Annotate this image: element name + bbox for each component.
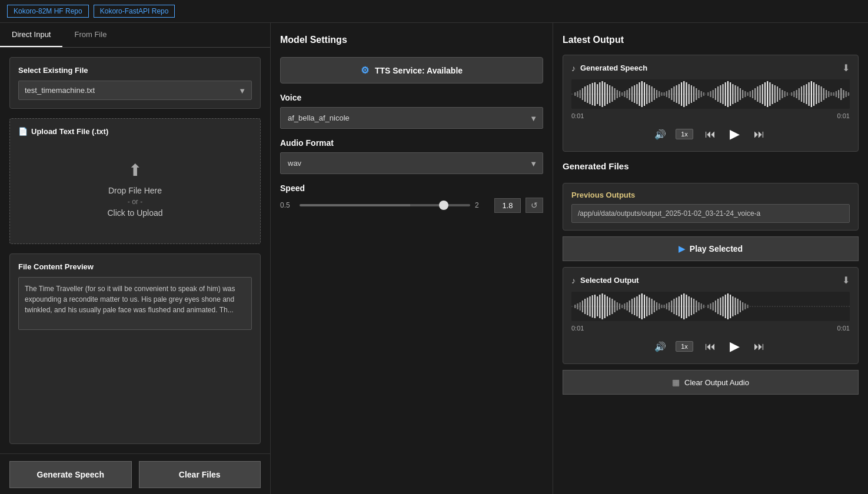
svg-rect-116 — [584, 299, 586, 314]
time-start: 0:01 — [571, 112, 584, 119]
file-path[interactable]: /app/ui/data/outputs/output_2025-01-02_0… — [571, 204, 850, 223]
tab-direct-input[interactable]: Direct Input — [0, 23, 62, 47]
svg-rect-40 — [671, 88, 672, 100]
svg-rect-114 — [580, 302, 581, 311]
svg-rect-118 — [589, 296, 590, 316]
clear-icon: ▦ — [672, 378, 680, 387]
svg-rect-75 — [760, 85, 761, 103]
svg-rect-28 — [641, 81, 643, 107]
svg-rect-66 — [737, 86, 739, 102]
selected-volume-icon[interactable]: 🔊 — [654, 341, 666, 352]
drop-or: - or - — [128, 198, 142, 206]
svg-rect-65 — [734, 85, 736, 103]
svg-rect-19 — [619, 91, 620, 97]
fast-forward-button[interactable]: ⏭ — [751, 126, 767, 143]
file-icon: 📄 — [18, 127, 28, 136]
speed-slider[interactable] — [300, 204, 470, 206]
right-panel: Latest Output ♪ Generated Speech ⬇ — [553, 23, 868, 494]
svg-rect-92 — [803, 85, 804, 103]
svg-rect-76 — [762, 84, 763, 104]
play-selected-button[interactable]: ▶ Play Selected — [563, 236, 859, 261]
clear-files-button[interactable]: Clear Files — [139, 461, 261, 488]
svg-rect-152 — [673, 299, 674, 314]
svg-rect-159 — [691, 298, 692, 315]
svg-rect-176 — [734, 298, 736, 315]
svg-rect-166 — [710, 303, 711, 309]
svg-rect-53 — [703, 92, 704, 96]
download-icon[interactable]: ⬇ — [842, 62, 850, 74]
svg-rect-158 — [689, 296, 690, 316]
generated-files-section: Generated Files Previous Outputs /app/ui… — [563, 161, 859, 395]
selected-fast-forward-button[interactable]: ⏭ — [751, 338, 767, 355]
svg-rect-173 — [727, 293, 729, 319]
svg-rect-67 — [740, 88, 741, 100]
volume-icon[interactable]: 🔊 — [654, 129, 666, 140]
svg-rect-26 — [636, 84, 637, 104]
voice-select[interactable]: af_bella_af_nicole — [280, 107, 543, 129]
svg-rect-147 — [661, 305, 662, 308]
svg-rect-13 — [604, 82, 606, 106]
svg-rect-60 — [722, 84, 723, 104]
selected-rewind-button[interactable]: ⏮ — [703, 338, 718, 355]
tab-from-file[interactable]: From File — [62, 23, 118, 47]
format-select[interactable]: wav — [280, 152, 543, 174]
svg-rect-97 — [816, 84, 817, 104]
svg-rect-11 — [599, 82, 600, 106]
svg-rect-109 — [846, 91, 847, 97]
svg-rect-144 — [654, 301, 655, 312]
svg-rect-105 — [836, 91, 837, 97]
svg-rect-46 — [686, 82, 687, 106]
svg-rect-177 — [737, 299, 739, 314]
svg-rect-79 — [769, 82, 770, 106]
svg-rect-81 — [774, 85, 776, 103]
upload-drop-area[interactable]: ⬆ Drop File Here - or - Click to Upload — [18, 143, 252, 235]
upload-icon: ⬆ — [128, 161, 142, 180]
svg-rect-113 — [577, 303, 578, 309]
selected-time-start: 0:01 — [571, 325, 584, 332]
svg-rect-125 — [607, 296, 608, 316]
player-title: ♪ Generated Speech — [571, 64, 647, 73]
svg-rect-100 — [823, 88, 824, 100]
svg-rect-96 — [813, 82, 814, 106]
play-button[interactable]: ▶ — [727, 124, 742, 144]
svg-rect-135 — [631, 299, 633, 314]
svg-rect-164 — [703, 305, 704, 308]
svg-rect-35 — [659, 91, 660, 97]
speed-reset-button[interactable]: ↺ — [526, 198, 543, 213]
repo-link-2[interactable]: Kokoro-FastAPI Repo — [94, 5, 175, 18]
speed-label: Speed — [280, 183, 543, 193]
svg-rect-73 — [754, 88, 756, 100]
speed-badge[interactable]: 1x — [676, 129, 693, 139]
left-content: Select Existing File test_timemachine.tx… — [0, 48, 270, 453]
generated-speech-player: ♪ Generated Speech ⬇ — [563, 55, 859, 152]
svg-rect-42 — [676, 85, 677, 103]
svg-rect-25 — [634, 85, 635, 103]
middle-panel: Model Settings ⚙ TTS Service: Available … — [271, 23, 553, 494]
svg-rect-130 — [619, 303, 620, 309]
file-select[interactable]: test_timemachine.txt — [18, 81, 252, 100]
repo-link-1[interactable]: Kokoro-82M HF Repo — [7, 5, 89, 18]
svg-rect-104 — [833, 92, 834, 96]
svg-rect-55 — [710, 91, 711, 97]
svg-rect-68 — [742, 90, 743, 98]
svg-rect-180 — [744, 303, 746, 309]
svg-rect-22 — [627, 90, 628, 98]
svg-rect-150 — [669, 302, 670, 311]
svg-rect-119 — [592, 295, 593, 318]
rewind-button[interactable]: ⏮ — [703, 126, 718, 143]
svg-rect-5 — [584, 86, 586, 102]
svg-rect-171 — [722, 296, 723, 316]
selected-play-button[interactable]: ▶ — [727, 336, 742, 356]
format-select-wrapper: wav ▼ — [280, 152, 543, 174]
generate-speech-button[interactable]: Generate Speech — [9, 461, 132, 488]
click-upload-text: Click to Upload — [107, 208, 162, 218]
svg-rect-161 — [696, 301, 697, 312]
selected-speed-badge[interactable]: 1x — [676, 341, 693, 352]
selected-download-icon[interactable]: ⬇ — [842, 275, 850, 286]
svg-rect-165 — [707, 305, 709, 308]
svg-rect-69 — [744, 91, 746, 97]
generated-files-title: Generated Files — [563, 161, 859, 171]
selected-player-controls: 🔊 1x ⏮ ▶ ⏭ — [571, 336, 850, 356]
svg-rect-91 — [801, 86, 802, 102]
clear-audio-button[interactable]: ▦ Clear Output Audio — [563, 370, 859, 395]
